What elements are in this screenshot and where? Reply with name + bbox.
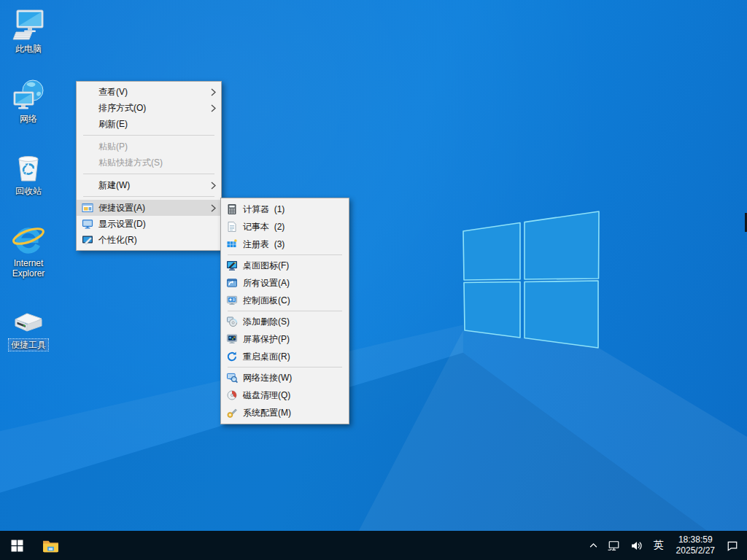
desktop-icons-icon	[221, 260, 243, 271]
menu-item-label: 粘贴(P)	[98, 141, 206, 153]
desktop-icon-recycle-bin[interactable]: 回收站	[1, 149, 56, 197]
menu-separator	[83, 196, 214, 197]
menu-item-label: 添加删除(S)	[243, 316, 334, 328]
network-globe-icon	[11, 77, 46, 112]
menu-item-system-config[interactable]: 系统配置(M)	[221, 404, 349, 421]
menu-item-refresh[interactable]: 刷新(E)	[77, 116, 221, 132]
quick-settings-submenu: 计算器 (1)记事本 (2)注册表 (3)桌面图标(F)所有设置(A)控制面板(…	[220, 198, 349, 424]
menu-item-label: 排序方式(O)	[98, 102, 206, 114]
desktop-context-menu: 查看(V)排序方式(O)刷新(E)粘贴(P)粘贴快捷方式(S)新建(W)便捷设置…	[76, 81, 222, 251]
menu-item-paste-shortcut: 粘贴快捷方式(S)	[77, 155, 221, 171]
menu-item-label: 重启桌面(R)	[243, 351, 334, 363]
menu-item-screensaver[interactable]: 屏幕保护(P)	[221, 330, 349, 348]
menu-item-quick-settings[interactable]: 便捷设置(A)	[77, 200, 221, 216]
menu-item-display-settings[interactable]: 显示设置(D)	[77, 216, 221, 232]
desktop-icon-label: 此电脑	[13, 43, 44, 55]
registry-icon	[221, 238, 243, 250]
submenu-arrow-icon	[206, 88, 220, 96]
menu-separator	[228, 254, 342, 255]
menu-item-desktop-icons[interactable]: 桌面图标(F)	[221, 257, 349, 274]
internet-explorer-icon	[11, 222, 46, 257]
disk-cleanup-icon	[221, 389, 243, 401]
show-desktop-button[interactable]	[743, 531, 747, 560]
desktop-icon-tools-drive[interactable]: 便捷工具	[1, 303, 56, 351]
add-remove-icon	[221, 316, 243, 327]
desktop-icon-label: 网络	[18, 113, 39, 125]
menu-item-paste: 粘贴(P)	[77, 139, 221, 155]
desktop-icon-label: Internet Explorer	[1, 257, 56, 279]
menu-item-label: 显示设置(D)	[98, 218, 206, 230]
external-drive-icon	[11, 303, 46, 338]
calculator-icon	[221, 203, 243, 215]
action-center-button[interactable]	[721, 531, 743, 560]
menu-item-label: 所有设置(A)	[243, 277, 334, 289]
menu-item-registry[interactable]: 注册表 (3)	[221, 236, 349, 253]
clock-date: 2025/2/27	[676, 545, 715, 556]
menu-item-label: 控制面板(C)	[243, 295, 334, 307]
hidden-icons-chevron	[589, 541, 598, 551]
menu-item-label: 磁盘清理(Q)	[243, 389, 334, 402]
hidden-icons-button[interactable]	[584, 531, 603, 560]
menu-item-label: 刷新(E)	[98, 118, 206, 131]
system-config-icon	[221, 407, 243, 419]
menu-item-label: 系统配置(M)	[243, 407, 334, 419]
quick-settings-icon	[77, 202, 98, 214]
menu-item-add-remove[interactable]: 添加删除(S)	[221, 313, 349, 330]
action-center-icon	[726, 540, 739, 552]
menu-item-network-connections[interactable]: 网络连接(W)	[221, 369, 349, 386]
menu-separator	[228, 367, 342, 368]
personalize-icon	[77, 234, 98, 246]
submenu-arrow-icon	[206, 204, 220, 212]
menu-item-label: 粘贴快捷方式(S)	[98, 157, 206, 169]
network-connections-icon	[221, 372, 243, 384]
taskbar: 英 18:38:59 2025/2/27	[0, 531, 747, 560]
input-method-indicator[interactable]: 英	[648, 531, 670, 560]
clock[interactable]: 18:38:59 2025/2/27	[670, 531, 721, 560]
menu-item-notepad[interactable]: 记事本 (2)	[221, 218, 349, 236]
network-tray-button[interactable]	[603, 531, 625, 560]
volume-tray-button[interactable]	[625, 531, 648, 560]
input-method-label: 英	[654, 539, 664, 552]
file-explorer-button[interactable]	[34, 531, 67, 560]
submenu-arrow-icon	[206, 182, 220, 190]
this-pc-icon	[11, 7, 46, 42]
menu-item-label: 新建(W)	[98, 179, 206, 192]
notepad-icon	[221, 221, 243, 233]
menu-item-view[interactable]: 查看(V)	[77, 84, 221, 100]
menu-item-new[interactable]: 新建(W)	[77, 177, 221, 193]
control-panel-icon	[221, 295, 243, 306]
windows-start-icon	[11, 540, 23, 552]
menu-item-all-settings[interactable]: 所有设置(A)	[221, 274, 349, 292]
menu-item-sort-by[interactable]: 排序方式(O)	[77, 100, 221, 116]
menu-item-label: 便捷设置(A)	[98, 202, 206, 214]
desktop-icon-network[interactable]: 网络	[1, 77, 56, 125]
menu-item-label: 网络连接(W)	[243, 372, 334, 384]
menu-item-label: 屏幕保护(P)	[243, 333, 334, 346]
start-button[interactable]	[0, 531, 34, 560]
menu-item-label: 记事本 (2)	[243, 221, 334, 233]
desktop-icon-this-pc[interactable]: 此电脑	[1, 7, 56, 55]
file-explorer-icon	[42, 537, 60, 555]
system-tray: 英 18:38:59 2025/2/27	[584, 531, 747, 560]
menu-item-label: 查看(V)	[98, 86, 206, 98]
recycle-bin-icon	[11, 149, 46, 184]
menu-item-label: 注册表 (3)	[243, 238, 334, 251]
menu-separator	[83, 135, 214, 136]
menu-item-label: 个性化(R)	[98, 234, 206, 246]
screensaver-icon	[221, 333, 243, 345]
clock-time: 18:38:59	[678, 534, 713, 545]
menu-item-control-panel[interactable]: 控制面板(C)	[221, 292, 349, 309]
network-status-icon	[607, 540, 621, 552]
desktop-surface[interactable]: 此电脑网络回收站Internet Explorer便捷工具 查看(V)排序方式(…	[0, 0, 747, 560]
volume-icon	[630, 540, 643, 552]
menu-item-disk-cleanup[interactable]: 磁盘清理(Q)	[221, 386, 349, 404]
menu-item-restart-desktop[interactable]: 重启桌面(R)	[221, 348, 349, 365]
menu-separator	[83, 174, 214, 174]
all-settings-icon	[221, 277, 243, 289]
desktop-icon-label: 回收站	[13, 185, 44, 197]
menu-separator	[228, 311, 342, 311]
menu-item-personalize[interactable]: 个性化(R)	[77, 232, 221, 248]
menu-item-calculator[interactable]: 计算器 (1)	[221, 201, 349, 218]
desktop-icon-internet-explorer[interactable]: Internet Explorer	[1, 222, 56, 279]
menu-item-label: 计算器 (1)	[243, 203, 334, 216]
